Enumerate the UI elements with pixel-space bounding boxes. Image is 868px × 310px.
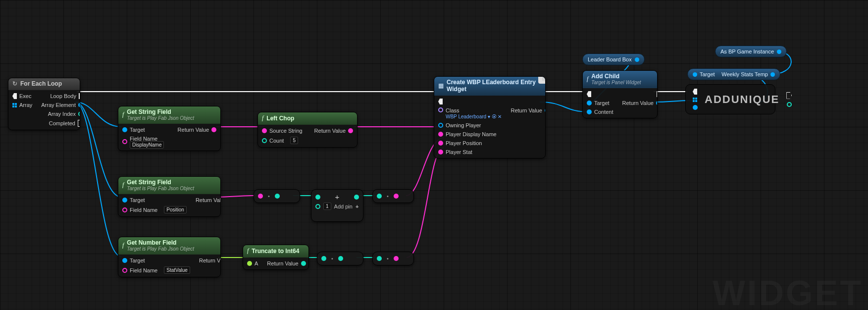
pin-a[interactable]: A <box>247 260 258 266</box>
pin-out[interactable] <box>787 102 792 107</box>
pin-completed[interactable]: Completed <box>49 120 80 127</box>
node-string-to-int[interactable]: • <box>254 189 300 203</box>
node-title: For Each Loop <box>20 80 62 87</box>
variable-label: Leader Board Box <box>588 56 632 62</box>
field-name-input[interactable]: StatValue <box>164 266 190 274</box>
pin-return-value[interactable]: Return Value <box>199 258 221 263</box>
pin-target[interactable]: Target <box>122 197 187 203</box>
pin-count[interactable]: Count 5 <box>262 137 303 144</box>
node-header[interactable]: fAdd ChildTarget is Panel Widget <box>583 71 657 88</box>
pin-source-string[interactable]: Source String <box>262 128 303 134</box>
pin-exec-in[interactable] <box>438 99 502 104</box>
field-name-input[interactable]: Position <box>164 206 187 213</box>
pin-array-in[interactable]: Array <box>12 102 32 108</box>
node-title: Get String Field <box>127 179 171 186</box>
node-for-each-loop[interactable]: ↻For Each Loop Exec Array Loop Body Arra… <box>8 78 80 130</box>
pin-return-value[interactable]: Return Value <box>267 260 306 266</box>
pin-class[interactable]: ClassWBP Leaderboard ▾ ⦿ ✕ <box>438 107 502 119</box>
node-int-to-string-2[interactable]: • <box>372 252 414 265</box>
variable-weekly-stats-temp[interactable]: Target Weekly Stats Temp <box>687 68 780 80</box>
node-title: Add Child <box>591 73 619 80</box>
node-title: Left Chop <box>266 115 294 122</box>
pin-exec-out[interactable] <box>786 92 792 99</box>
pin-out[interactable] <box>770 72 775 77</box>
node-get-string-field-2[interactable]: fGet String FieldTarget is Play Fab Json… <box>118 176 221 217</box>
pin-loop-body[interactable]: Loop Body <box>50 93 80 99</box>
pin-exec-out[interactable] <box>545 99 546 104</box>
node-truncate-int64[interactable]: fTruncate to Int64 A Return Value <box>243 245 309 270</box>
watermark: WIDGET <box>713 273 863 310</box>
node-header[interactable]: fLeft Chop <box>258 112 357 125</box>
node-int-to-string[interactable]: • <box>372 189 414 203</box>
blueprint-graph-canvas[interactable]: ↻For Each Loop Exec Array Loop Body Arra… <box>0 0 868 310</box>
node-get-string-field-1[interactable]: fGet String FieldTarget is Play Fab Json… <box>118 106 221 151</box>
node-header[interactable]: ↻For Each Loop <box>8 78 80 90</box>
node-title: Truncate to Int64 <box>252 248 299 255</box>
pin-return-value[interactable]: Return Value <box>511 107 546 113</box>
pin-out[interactable] <box>394 194 399 199</box>
pin-b[interactable] <box>315 204 320 209</box>
pin-target[interactable]: Target <box>122 127 164 133</box>
pin-player-display-name[interactable]: Player Display Name <box>438 131 502 137</box>
pin-target[interactable]: Target <box>587 100 613 106</box>
pin-in[interactable] <box>377 256 382 261</box>
pin-player-stat[interactable]: Player Stat <box>438 149 502 155</box>
pin-field-name[interactable]: Field Name StatValue <box>122 266 190 274</box>
pin-player-position[interactable]: Player Position <box>438 140 502 146</box>
pin-out[interactable] <box>777 50 781 54</box>
pin-array-index[interactable]: Array Index <box>48 111 80 117</box>
pin-return-value[interactable]: Return Value <box>314 128 353 134</box>
pin-in[interactable] <box>377 194 382 199</box>
node-subtitle: Target is Play Fab Json Object <box>127 186 194 191</box>
pin-return-value[interactable]: Return Value <box>178 127 216 133</box>
node-add-child[interactable]: fAdd ChildTarget is Panel Widget Target … <box>582 70 658 118</box>
pin-a[interactable] <box>315 195 320 200</box>
pin-item-in[interactable] <box>693 105 698 110</box>
node-subtitle: Target is Panel Widget <box>591 80 641 85</box>
pin-exec-in[interactable] <box>587 91 613 97</box>
pin-out[interactable] <box>394 256 399 261</box>
pin-out[interactable] <box>338 256 343 261</box>
pin-target[interactable] <box>693 72 697 77</box>
node-title: Get String Field <box>127 108 171 115</box>
pin-exec-in[interactable]: Exec <box>12 93 32 99</box>
variable-bp-game-instance[interactable]: As BP Game Instance <box>715 46 787 57</box>
pin-out[interactable] <box>275 194 280 199</box>
pin-field-name[interactable]: Field Name Position <box>122 206 187 213</box>
field-name-input[interactable]: DisplayName <box>130 141 164 149</box>
node-create-widget[interactable]: ▦Create WBP LEaderboard Entry Widget 🖥 C… <box>434 76 546 158</box>
node-header[interactable]: ▦Create WBP LEaderboard Entry Widget <box>434 77 545 96</box>
node-header[interactable]: fGet Number FieldTarget is Play Fab Json… <box>118 237 220 255</box>
pin-field-name[interactable]: Field NameDisplayName <box>122 136 164 148</box>
node-header[interactable]: fGet String FieldTarget is Play Fab Json… <box>118 177 220 194</box>
node-get-number-field[interactable]: fGet Number FieldTarget is Play Fab Json… <box>118 237 221 277</box>
pin-array-in[interactable] <box>693 98 698 102</box>
class-dropdown[interactable]: WBP Leaderboard ▾ ⦿ ✕ <box>446 114 502 119</box>
node-header[interactable]: fTruncate to Int64 <box>243 245 308 258</box>
add-pin-button[interactable]: Add pin+ <box>334 204 359 209</box>
pin-out[interactable] <box>354 195 359 200</box>
pin-return-value[interactable]: Return Value <box>622 100 658 106</box>
pin-in[interactable] <box>258 194 263 199</box>
pin-target[interactable]: Target <box>122 258 190 263</box>
value-input[interactable]: 1 <box>323 203 331 210</box>
pin-out[interactable] <box>635 57 639 62</box>
pin-owning-player[interactable]: Owning Player <box>438 122 502 128</box>
node-left-chop[interactable]: fLeft Chop Source String Count 5 Return … <box>257 112 357 148</box>
pin-label: Class <box>446 107 502 113</box>
node-int64-to-int[interactable]: • <box>317 252 363 265</box>
node-add-int[interactable]: + 1 Add pin+ <box>311 189 363 222</box>
pin-in[interactable] <box>321 256 326 261</box>
variable-label: Weekly Stats Temp <box>721 71 768 77</box>
pin-exec-in[interactable] <box>693 89 698 95</box>
pin-array-element[interactable]: Array Element <box>41 102 80 108</box>
count-input[interactable]: 5 <box>290 137 298 144</box>
pin-content[interactable]: Content <box>587 109 613 115</box>
node-subtitle: Target is Play Fab Json Object <box>127 246 194 252</box>
pin-return-value[interactable]: Return Value <box>196 197 221 203</box>
pin-exec-out[interactable] <box>657 91 658 97</box>
node-addunique[interactable]: ADDUNIQUE <box>685 84 775 114</box>
node-title: Get Number Field <box>127 239 176 246</box>
node-header[interactable]: fGet String FieldTarget is Play Fab Json… <box>118 106 220 124</box>
variable-leader-board-box[interactable]: Leader Board Box <box>582 53 645 65</box>
